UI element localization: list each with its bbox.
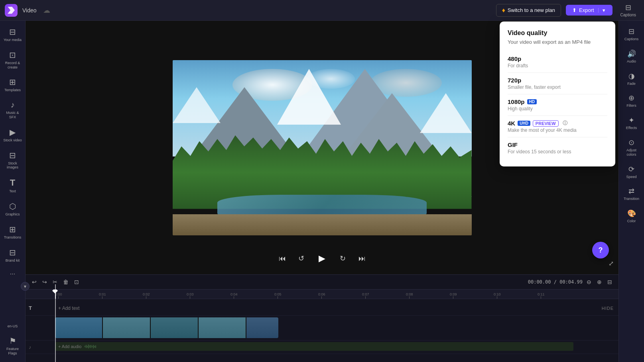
adjust-colors-icon: ⊙ [628, 138, 634, 147]
uhd-badge: UHD [518, 121, 530, 126]
feature-flags-icon: ⚑ [9, 336, 16, 346]
quality-option-1080p[interactable]: 1080p HD High quality [508, 94, 607, 116]
undo-button[interactable]: ↩ [30, 277, 38, 287]
crown-icon: ♦ [502, 7, 505, 14]
help-icon: ? [599, 246, 603, 254]
right-sidebar-item-captions[interactable]: ⊟ Captions [620, 24, 643, 45]
sidebar-item-music-sfx[interactable]: ♪ Music & SFX [2, 97, 24, 123]
right-sidebar-item-speed[interactable]: ⟳ Speed [620, 162, 643, 182]
audio-track-label: ♪ [26, 344, 55, 350]
sidebar-item-text[interactable]: T Text [2, 174, 24, 197]
record-create-icon: ⊡ [9, 50, 16, 60]
fullscreen-button[interactable]: ⤢ [609, 260, 614, 267]
cloud-icon: ☁ [43, 6, 50, 15]
more-icon: ··· [10, 270, 15, 278]
audio-right-icon: 🔊 [627, 49, 636, 58]
rewind-5s-button[interactable]: ↺ [295, 252, 308, 265]
switch-plan-button[interactable]: ♦ Switch to a new plan [496, 4, 561, 17]
stock-images-icon: ⊟ [9, 151, 16, 160]
app-title: Video [22, 7, 37, 14]
captions-icon: ⊟ [625, 3, 631, 12]
color-icon: 🎨 [627, 209, 636, 218]
video-frame [173, 60, 472, 235]
quality-option-720p[interactable]: 720p Smaller file, faster export [508, 73, 607, 94]
timeline-time-display: 00:00.00 / 00:04.99 [528, 279, 583, 285]
filters-icon: ⊕ [628, 94, 634, 102]
right-sidebar-item-filters[interactable]: ⊕ Filters [620, 90, 643, 111]
right-sidebar-item-effects[interactable]: ✦ Effects [620, 113, 643, 133]
sidebar-item-brand-kit[interactable]: ⊟ Brand kit [2, 245, 24, 266]
add-text-button[interactable]: + Add text [55, 304, 83, 313]
zoom-in-button[interactable]: ⊕ [595, 277, 603, 287]
captions-right-icon: ⊟ [628, 27, 634, 36]
graphics-icon: ⬡ [9, 202, 16, 211]
sidebar-item-more[interactable]: ··· [2, 267, 24, 281]
captions-button[interactable]: ⊟ Captions [617, 2, 639, 19]
export-button[interactable]: ⬆ Export ▼ [566, 5, 612, 16]
sidebar-item-graphics[interactable]: ⬡ Graphics [2, 198, 24, 220]
forward-5s-button[interactable]: ↻ [337, 252, 349, 265]
video-track-row [26, 316, 618, 340]
mountain-scene [173, 60, 472, 235]
right-sidebar-item-audio[interactable]: 🔊 Audio [620, 46, 643, 67]
right-sidebar-item-adjust-colors[interactable]: ⊙ Adjustcolors [620, 135, 643, 160]
timeline-collapse-button[interactable]: ▼ [21, 282, 30, 291]
brand-kit-icon: ⊟ [9, 248, 16, 257]
sidebar-item-transitions[interactable]: ⊞ Transitions [2, 221, 24, 243]
speed-icon: ⟳ [628, 165, 634, 174]
preview-info-icon[interactable]: ⓘ [563, 120, 567, 127]
audio-track-row: ♪ + Add audio [26, 340, 618, 354]
export-chevron-icon: ▼ [598, 8, 606, 13]
fit-timeline-button[interactable]: ⊟ [606, 277, 614, 287]
quality-option-gif[interactable]: GIF For videos 15 seconds or less [508, 137, 607, 158]
sidebar-item-stock-images[interactable]: ⊟ Stock images [2, 147, 24, 173]
timeline-tracks: T + Add text HIDE [26, 299, 618, 356]
dropdown-subtitle: Your video will export as an MP4 file [508, 39, 607, 45]
hd-badge: HD [527, 99, 537, 104]
transition-icon: ⇄ [628, 187, 634, 196]
preview-badge: PREVIEW [533, 120, 559, 127]
delete-button[interactable]: 🗑 [61, 277, 70, 287]
transitions-icon: ⊞ [9, 225, 16, 234]
cut-button[interactable]: ✂ [51, 277, 59, 287]
quality-option-480p[interactable]: 480p For drafts [508, 51, 607, 73]
sidebar-item-stock-video[interactable]: ▶ Stock video [2, 124, 24, 146]
timeline-toolbar: ↩ ↪ ✂ 🗑 ⊡ 00:00.00 / 00:04.99 ⊖ ⊕ ⊟ [26, 275, 618, 290]
redo-button[interactable]: ↪ [41, 277, 49, 287]
export-dropdown: Video quality Your video will export as … [500, 22, 615, 166]
audio-track-content[interactable]: + Add audio [55, 340, 618, 354]
right-sidebar-item-fade[interactable]: ◑ Fade [620, 68, 643, 89]
sidebar-item-en-us[interactable]: en-US [2, 321, 24, 332]
stock-video-icon: ▶ [10, 127, 16, 137]
hide-track-button[interactable]: HIDE [602, 306, 614, 311]
text-icon: T [10, 178, 15, 188]
text-track-content: + Add text [55, 301, 618, 315]
play-button[interactable]: ▶ [314, 250, 330, 266]
add-audio-button[interactable]: + Add audio [58, 344, 81, 349]
skip-to-start-button[interactable]: ⏮ [276, 252, 289, 265]
right-sidebar-item-color[interactable]: 🎨 Color [620, 206, 643, 227]
app-logo [5, 4, 18, 17]
fade-icon: ◑ [628, 72, 635, 80]
sidebar-item-record-create[interactable]: ⊡ Record &create [2, 47, 24, 73]
music-sfx-icon: ♪ [11, 100, 15, 110]
skip-to-end-button[interactable]: ⏭ [356, 252, 368, 265]
help-button[interactable]: ? [592, 242, 609, 258]
effects-icon: ✦ [628, 116, 634, 125]
sidebar-item-feature-flags[interactable]: ⚑ FeatureFlags [2, 333, 24, 359]
video-track-content[interactable] [55, 316, 618, 340]
timeline-ruler: 0:00 0:01 0:02 [26, 290, 618, 299]
sidebar-item-your-media[interactable]: ⊟ Your media [2, 24, 24, 45]
zoom-out-button[interactable]: ⊖ [585, 277, 593, 287]
quality-option-4k[interactable]: 4K UHD PREVIEW ⓘ Make the most of your 4… [508, 116, 607, 137]
topbar: Video ☁ ♦ Switch to a new plan ⬆ Export … [0, 0, 644, 21]
duplicate-button[interactable]: ⊡ [73, 277, 81, 287]
right-sidebar: ⊟ Captions 🔊 Audio ◑ Fade ⊕ Filters ✦ Ef… [618, 21, 644, 362]
playback-controls: ⏮ ↺ ▶ ↻ ⏭ ⤢ [26, 247, 618, 270]
right-sidebar-item-transition[interactable]: ⇄ Transition [620, 184, 643, 204]
sidebar-item-templates[interactable]: ⊞ Templates [2, 74, 24, 96]
templates-icon: ⊞ [9, 77, 16, 87]
export-icon: ⬆ [572, 7, 577, 13]
timeline: ↩ ↪ ✂ 🗑 ⊡ 00:00.00 / 00:04.99 ⊖ ⊕ ⊟ [26, 274, 618, 362]
dropdown-title: Video quality [508, 29, 607, 37]
